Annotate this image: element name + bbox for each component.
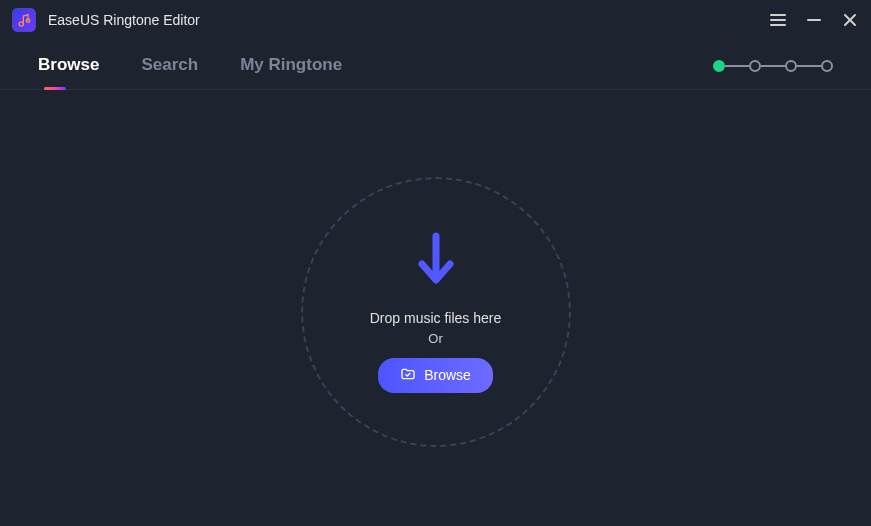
tab-search[interactable]: Search: [141, 55, 198, 89]
step-indicator: [713, 60, 833, 72]
nav-tabs: Browse Search My Ringtone: [0, 40, 871, 90]
step-line: [725, 65, 749, 67]
tab-browse[interactable]: Browse: [38, 55, 99, 89]
drop-zone[interactable]: Drop music files here Or Browse: [301, 177, 571, 447]
browse-button-label: Browse: [424, 367, 471, 383]
or-text: Or: [428, 331, 442, 346]
titlebar: EaseUS Ringtone Editor: [0, 0, 871, 40]
drop-text: Drop music files here: [370, 308, 502, 329]
minimize-icon[interactable]: [805, 11, 823, 29]
menu-icon[interactable]: [769, 11, 787, 29]
browse-button[interactable]: Browse: [378, 358, 493, 393]
arrow-down-icon: [414, 232, 458, 290]
step-4: [821, 60, 833, 72]
main-area: Drop music files here Or Browse: [0, 90, 871, 526]
tab-my-ringtone[interactable]: My Ringtone: [240, 55, 342, 89]
step-1: [713, 60, 725, 72]
app-title: EaseUS Ringtone Editor: [48, 12, 200, 28]
close-icon[interactable]: [841, 11, 859, 29]
step-3: [785, 60, 797, 72]
step-2: [749, 60, 761, 72]
folder-icon: [400, 366, 416, 385]
app-logo-icon: [12, 8, 36, 32]
step-line: [797, 65, 821, 67]
step-line: [761, 65, 785, 67]
